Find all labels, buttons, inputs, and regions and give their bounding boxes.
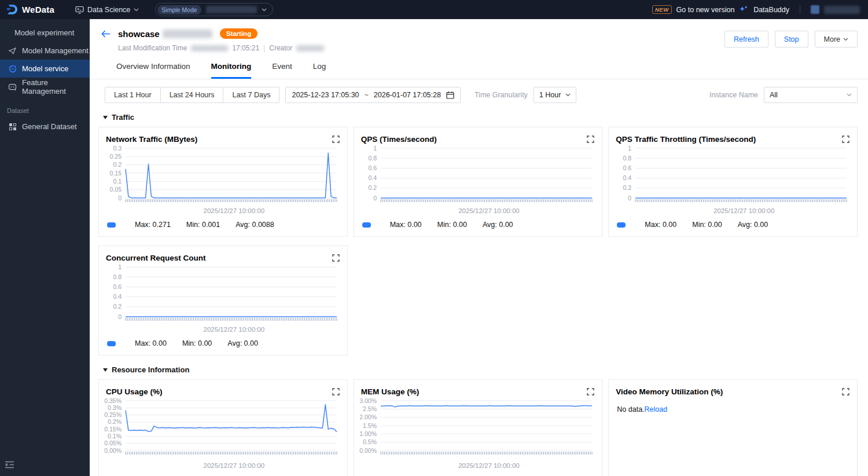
- more-button[interactable]: More: [815, 31, 858, 47]
- tab-log[interactable]: Log: [313, 62, 326, 79]
- divider: [800, 6, 800, 14]
- logo-text: WeData: [22, 5, 54, 14]
- svg-text:1.5%: 1.5%: [363, 422, 377, 429]
- avatar[interactable]: [811, 5, 819, 14]
- stop-button[interactable]: Stop: [775, 31, 808, 47]
- resource-cards-grid: CPU Usage (%) 0.00%0.05%0.1%0.15%0.2%0.2…: [98, 379, 858, 476]
- sidebar-item-model-management[interactable]: Model Management: [0, 42, 90, 60]
- fullscreen-icon[interactable]: [842, 135, 849, 143]
- tab-monitoring[interactable]: Monitoring: [211, 62, 252, 79]
- databuddy-sparkle-icon: ✦✦: [739, 5, 749, 13]
- chart-plot: 0.00%0.05%0.1%0.15%0.2%0.25%0.3%0.35%: [99, 397, 347, 462]
- time-granularity-select[interactable]: 1 Hour: [534, 87, 577, 103]
- chart-legend: Max: 0.00 Min: 0.00 Avg: 0.00: [609, 217, 857, 236]
- svg-text:0.8: 0.8: [113, 273, 122, 280]
- sidebar-item-model-experiment[interactable]: Model experiment: [0, 24, 90, 42]
- chart-title: MEM Usage (%): [361, 387, 420, 396]
- chart-legend: Max: 2.696 Min: 2.623 Avg: 2.69: [354, 471, 602, 476]
- chevron-down-icon: [134, 8, 139, 12]
- fullscreen-icon[interactable]: [587, 387, 594, 396]
- meta-separator: |: [263, 44, 265, 52]
- svg-text:1: 1: [373, 145, 377, 152]
- traffic-cards-grid: Network Traffic (MBytes) 00.050.10.150.2…: [98, 127, 858, 356]
- svg-text:0: 0: [373, 195, 377, 202]
- date-end: 2026-01-07 17:05:28: [374, 91, 441, 99]
- tab-overview-information[interactable]: Overview Information: [116, 62, 190, 79]
- stat-min: Min: 0.00: [692, 221, 722, 229]
- go-to-new-version-link[interactable]: Go to new version: [676, 6, 735, 14]
- chart-plot: 00.20.40.60.81: [609, 145, 857, 207]
- svg-text:0.25%: 0.25%: [104, 411, 122, 418]
- svg-text:0.3%: 0.3%: [108, 404, 122, 411]
- refresh-button[interactable]: Refresh: [724, 31, 768, 47]
- monitor-icon: [75, 6, 84, 14]
- last-modification-time: 17:05:21: [232, 44, 259, 52]
- chevron-down-icon: [843, 38, 848, 41]
- redacted-username[interactable]: [824, 6, 860, 14]
- sidebar-item-general-dataset[interactable]: General Dataset: [0, 118, 90, 136]
- chevron-down-icon: [847, 93, 852, 97]
- chart-card: MEM Usage (%) 0.00%0.5%1.00%1.5%2.00%2.5…: [354, 379, 603, 476]
- fullscreen-icon[interactable]: [587, 135, 594, 143]
- svg-text:0.8: 0.8: [623, 155, 632, 162]
- main-content: showcase Starting Last Modification Time…: [90, 19, 868, 476]
- instance-name-value: All: [770, 91, 778, 99]
- svg-text:0: 0: [118, 313, 122, 320]
- time-granularity-value: 1 Hour: [539, 91, 561, 99]
- fullscreen-icon[interactable]: [332, 387, 340, 396]
- last-modification-label: Last Modification Time: [118, 44, 187, 52]
- chart-plot: 00.20.40.60.81: [99, 263, 347, 326]
- stat-avg: Avg: 0.00: [738, 221, 768, 229]
- fullscreen-icon[interactable]: [332, 135, 340, 143]
- svg-text:0.35%: 0.35%: [104, 397, 122, 404]
- chart-card: Concurrent Request Count 00.20.40.60.81 …: [98, 246, 348, 356]
- legend-swatch: [362, 222, 371, 228]
- back-button[interactable]: [101, 30, 111, 38]
- fullscreen-icon[interactable]: [332, 254, 340, 262]
- topbar: WeData Data Science Simple Mode NEW Go t…: [0, 0, 868, 19]
- section-traffic[interactable]: Traffic: [103, 113, 858, 122]
- range-last-24-hours-button[interactable]: Last 24 Hours: [160, 87, 224, 103]
- chevron-down-icon: [262, 8, 267, 12]
- sidebar-item-feature-management[interactable]: Feature Management: [0, 78, 90, 96]
- more-label: More: [824, 35, 840, 43]
- range-last-1-hour-button[interactable]: Last 1 Hour: [105, 87, 161, 103]
- redacted-creator: [296, 45, 324, 52]
- project-selector[interactable]: Simple Mode: [155, 3, 273, 16]
- chart-title: Video Memory Utilization (%): [616, 387, 723, 396]
- date-range-picker[interactable]: 2025-12-23 17:05:30 ~ 2026-01-07 17:05:2…: [285, 87, 460, 103]
- stat-max: Max: 0.00: [135, 339, 167, 347]
- tab-bar: Overview Information Monitoring Event Lo…: [116, 62, 858, 79]
- svg-text:0.6: 0.6: [368, 164, 377, 171]
- range-last-7-days-button[interactable]: Last 7 Days: [223, 87, 279, 103]
- chart-card: QPS (Times/second) 00.20.40.60.81 2025/1…: [354, 127, 603, 237]
- fullscreen-icon[interactable]: [842, 387, 849, 396]
- product-label: Data Science: [87, 6, 130, 14]
- legend-swatch: [617, 222, 626, 228]
- stat-min: Min: 0.00: [437, 221, 467, 229]
- svg-text:0.4: 0.4: [368, 174, 377, 181]
- quick-range-group: Last 1 Hour Last 24 Hours Last 7 Days: [105, 87, 279, 103]
- databuddy-link[interactable]: DataBuddy: [753, 6, 789, 14]
- svg-text:0.00%: 0.00%: [104, 447, 122, 454]
- product-switcher[interactable]: Data Science: [75, 6, 139, 14]
- stat-max: Max: 0.00: [390, 221, 422, 229]
- wedata-logo[interactable]: WeData: [6, 3, 54, 16]
- chart-legend: Max: 0.00 Min: 0.00 Avg: 0.00: [354, 217, 602, 236]
- svg-text:0.2: 0.2: [113, 303, 122, 310]
- mode-badge: Simple Mode: [157, 5, 201, 14]
- section-resource-information[interactable]: Resource Information: [103, 365, 858, 374]
- svg-text:0.4: 0.4: [623, 174, 632, 181]
- sidebar-item-model-service[interactable]: Model service: [0, 60, 90, 78]
- collapse-sidebar-button[interactable]: [5, 461, 14, 470]
- svg-text:0.00%: 0.00%: [359, 447, 377, 454]
- stat-avg: Avg: 0.00: [483, 221, 513, 229]
- svg-text:0.8: 0.8: [368, 155, 377, 162]
- model-management-icon: [8, 47, 17, 55]
- tab-event[interactable]: Event: [272, 62, 292, 79]
- model-service-icon: [8, 65, 17, 73]
- reload-link[interactable]: Reload: [645, 405, 668, 413]
- instance-name-select[interactable]: All: [764, 87, 858, 103]
- svg-text:0.4: 0.4: [113, 293, 122, 300]
- sidebar-item-label: General Dataset: [22, 122, 77, 131]
